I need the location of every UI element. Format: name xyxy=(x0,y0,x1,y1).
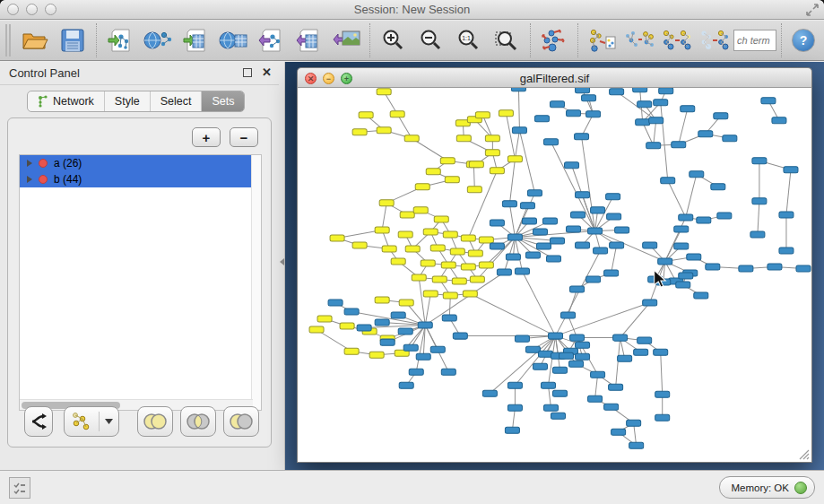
zoom-actual-size-button[interactable]: 1:1 xyxy=(450,23,488,57)
network-window-titlebar[interactable]: ✕ − + galFiltered.sif xyxy=(297,67,812,88)
intersection-venn-icon xyxy=(186,413,211,430)
graph-node xyxy=(377,89,391,95)
vertical-scrollbar[interactable] xyxy=(251,155,261,410)
resize-grip-icon[interactable] xyxy=(798,448,810,460)
graph-node xyxy=(520,203,534,209)
graph-node xyxy=(618,355,632,361)
graph-node xyxy=(698,131,713,137)
button-divider xyxy=(99,412,100,431)
graph-node xyxy=(461,264,475,270)
graph-node xyxy=(357,325,371,331)
graph-node xyxy=(717,213,732,219)
graph-node xyxy=(543,404,558,411)
graph-node xyxy=(379,200,394,206)
import-network-file-button[interactable] xyxy=(101,23,139,57)
graph-node xyxy=(452,278,466,284)
export-table-button[interactable] xyxy=(290,23,327,57)
network-view-window[interactable]: ✕ − + galFiltered.sif xyxy=(297,67,812,463)
intersection-button[interactable] xyxy=(180,406,216,437)
zoom-out-button[interactable] xyxy=(412,23,450,57)
list-item-set-b[interactable]: b (44) xyxy=(20,171,261,187)
remove-set-button[interactable]: − xyxy=(230,127,258,147)
graph-node xyxy=(399,382,413,388)
help-button[interactable]: ? xyxy=(792,29,815,52)
tab-network-label: Network xyxy=(53,95,94,108)
graph-node xyxy=(569,361,584,367)
fullscreen-icon[interactable] xyxy=(806,4,819,16)
graph-node xyxy=(441,369,455,375)
graph-node xyxy=(615,227,629,233)
yellow-network-icon xyxy=(70,412,93,431)
collapse-panel-icon[interactable] xyxy=(280,258,284,265)
graph-node xyxy=(525,346,540,352)
export-image-button[interactable] xyxy=(327,23,365,57)
disclosure-triangle-icon[interactable] xyxy=(27,176,32,183)
add-set-button[interactable]: + xyxy=(192,127,221,147)
task-history-button[interactable] xyxy=(9,477,30,499)
difference-button[interactable] xyxy=(223,406,259,437)
graph-node xyxy=(482,390,497,396)
graph-node xyxy=(391,312,405,318)
graph-node xyxy=(576,242,590,248)
import-table-file-icon xyxy=(182,28,209,53)
graph-node xyxy=(390,111,404,117)
extract-sets-button[interactable] xyxy=(24,406,53,437)
sets-list: a (26) b (44) xyxy=(19,154,262,411)
graph-node xyxy=(571,212,585,218)
graph-node xyxy=(403,344,418,351)
control-panel-tabs: Network Style Select Sets xyxy=(27,91,245,112)
select-nodes-button[interactable] xyxy=(658,23,696,57)
graph-node xyxy=(643,242,657,248)
minus-icon: − xyxy=(240,131,248,144)
first-neighbors-button[interactable] xyxy=(620,23,658,57)
import-table-web-button[interactable] xyxy=(214,23,252,57)
graph-node xyxy=(697,217,711,223)
graph-node xyxy=(796,265,811,272)
graph-node xyxy=(507,382,522,388)
network-from-selection-button[interactable] xyxy=(583,23,620,57)
graph-node xyxy=(502,201,516,207)
save-session-button[interactable] xyxy=(54,23,91,57)
import-network-web-button[interactable] xyxy=(139,23,177,57)
graph-node xyxy=(582,95,596,101)
memory-status-button[interactable]: Memory: OK xyxy=(719,476,815,499)
graph-node xyxy=(352,129,367,135)
float-panel-icon[interactable] xyxy=(243,68,252,77)
deselect-nodes-button[interactable] xyxy=(696,23,733,57)
tab-style[interactable]: Style xyxy=(105,91,151,111)
panel-splitter[interactable] xyxy=(279,62,285,470)
import-table-file-button[interactable] xyxy=(177,23,214,57)
control-panel-title: Control Panel xyxy=(9,66,80,80)
graph-node xyxy=(421,260,435,266)
disclosure-triangle-icon[interactable] xyxy=(27,160,32,167)
graph-node xyxy=(607,213,621,220)
graph-node xyxy=(576,88,590,93)
tab-sets[interactable]: Sets xyxy=(202,91,244,111)
window-titlebar[interactable]: Session: New Session xyxy=(0,0,824,20)
graph-node xyxy=(627,420,641,426)
graph-node xyxy=(400,212,414,218)
graph-node xyxy=(761,98,776,104)
create-set-from-network-button[interactable] xyxy=(64,406,119,437)
union-button[interactable] xyxy=(137,406,173,437)
apply-layout-button[interactable] xyxy=(535,23,573,57)
list-item-set-a[interactable]: a (26) xyxy=(20,155,261,171)
graph-node xyxy=(706,264,720,270)
zoom-fit-selected-button[interactable] xyxy=(488,23,525,57)
open-session-button[interactable] xyxy=(16,23,54,57)
graph-node xyxy=(525,252,540,258)
network-canvas[interactable] xyxy=(297,88,812,463)
graph-node xyxy=(485,135,499,142)
export-network-button[interactable] xyxy=(252,23,290,57)
search-input[interactable] xyxy=(733,30,776,51)
zoom-in-button[interactable] xyxy=(375,23,412,57)
close-panel-icon[interactable]: ✕ xyxy=(262,65,272,79)
network-graph[interactable] xyxy=(298,88,811,462)
tab-network[interactable]: Network xyxy=(28,91,105,111)
graph-node xyxy=(567,110,581,117)
graph-node xyxy=(779,212,794,218)
dropdown-arrow-icon[interactable] xyxy=(105,419,113,424)
network-from-selection-icon xyxy=(587,28,616,53)
toolbar-grip[interactable] xyxy=(5,24,11,56)
tab-select[interactable]: Select xyxy=(151,91,203,111)
